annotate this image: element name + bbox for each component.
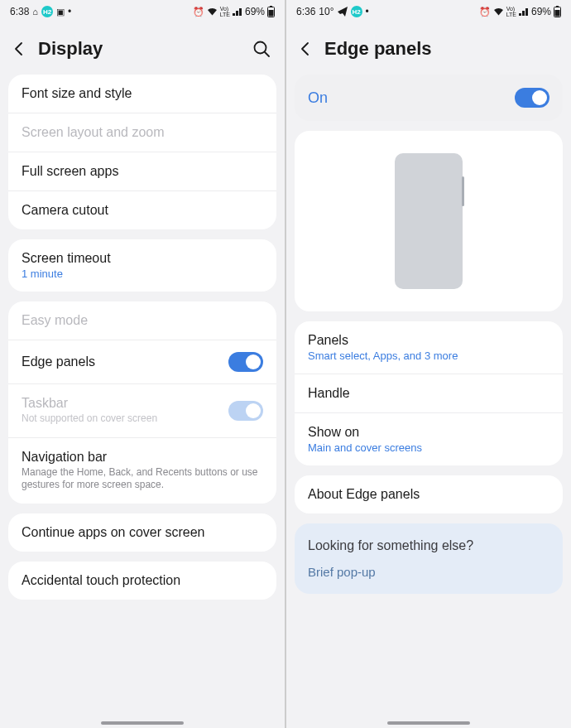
suggestion-title: Looking for something else? xyxy=(308,538,549,553)
item-label: Font size and style xyxy=(22,86,263,101)
suggestion-link[interactable]: Brief pop-up xyxy=(308,565,549,579)
settings-group: Continue apps on cover screen xyxy=(8,513,276,552)
home-indicator[interactable] xyxy=(387,721,470,725)
item-label: Accidental touch protection xyxy=(22,573,263,588)
home-icon: ⌂ xyxy=(32,7,38,17)
status-bar: 6:36 10° H2 • ⏰ Vo)LTE 69% xyxy=(286,0,571,23)
settings-group: Panels Smart select, Apps, and 3 more Ha… xyxy=(295,321,563,465)
telegram-icon xyxy=(338,7,348,17)
battery-percent: 69% xyxy=(245,6,265,17)
item-label: Easy mode xyxy=(22,313,263,328)
more-notifications: • xyxy=(68,6,71,17)
item-label: Handle xyxy=(308,386,549,401)
display-settings-screen: 6:38 ⌂ H2 ▣ • ⏰ Vo)LTE 69% Display xyxy=(0,0,285,728)
accidental-touch-item[interactable]: Accidental touch protection xyxy=(8,562,276,600)
item-label: Screen layout and zoom xyxy=(22,125,263,140)
picture-icon: ▣ xyxy=(56,7,65,17)
screen-layout-zoom-item: Screen layout and zoom xyxy=(8,113,276,152)
edge-panels-toggle[interactable] xyxy=(228,352,263,372)
status-time: 6:36 xyxy=(296,6,315,17)
camera-cutout-item[interactable]: Camera cutout xyxy=(8,191,276,229)
item-label: Continue apps on cover screen xyxy=(22,525,263,540)
home-indicator[interactable] xyxy=(101,721,184,725)
page-title: Display xyxy=(38,38,242,60)
back-button[interactable] xyxy=(296,40,314,58)
alarm-icon: ⏰ xyxy=(193,7,204,17)
item-label: Taskbar xyxy=(22,396,228,411)
master-toggle[interactable] xyxy=(515,88,549,108)
item-desc: Not supported on cover screen xyxy=(22,412,228,426)
font-size-style-item[interactable]: Font size and style xyxy=(8,75,276,113)
item-label: About Edge panels xyxy=(308,487,549,502)
battery-icon xyxy=(267,6,275,17)
volte-icon: Vo)LTE xyxy=(220,6,230,17)
wifi-icon xyxy=(493,7,504,16)
item-value: Smart select, Apps, and 3 more xyxy=(308,350,549,362)
phone-preview xyxy=(395,153,463,289)
volte-icon: Vo)LTE xyxy=(506,6,516,17)
full-screen-apps-item[interactable]: Full screen apps xyxy=(8,152,276,191)
panels-item[interactable]: Panels Smart select, Apps, and 3 more xyxy=(295,321,563,374)
preview-card xyxy=(295,131,563,311)
taskbar-toggle xyxy=(228,401,263,421)
settings-group: Easy mode Edge panels Taskbar Not suppor… xyxy=(8,301,276,504)
wifi-icon xyxy=(207,7,218,16)
edge-panels-screen: 6:36 10° H2 • ⏰ Vo)LTE 69% Ed xyxy=(286,0,571,728)
navigation-bar-item[interactable]: Navigation bar Manage the Home, Back, an… xyxy=(8,438,276,504)
show-on-item[interactable]: Show on Main and cover screens xyxy=(295,413,563,465)
master-toggle-card[interactable]: On xyxy=(295,75,563,121)
item-label: Show on xyxy=(308,425,549,440)
signal-icon xyxy=(519,7,529,16)
search-button[interactable] xyxy=(252,39,271,59)
settings-group: About Edge panels xyxy=(295,475,563,513)
page-title: Edge panels xyxy=(324,38,558,60)
master-toggle-label: On xyxy=(308,89,328,107)
continue-apps-cover-item[interactable]: Continue apps on cover screen xyxy=(8,513,276,552)
alarm-icon: ⏰ xyxy=(479,7,491,17)
item-label: Screen timeout xyxy=(22,251,263,266)
signal-icon xyxy=(233,7,242,16)
taskbar-item: Taskbar Not supported on cover screen xyxy=(8,384,276,438)
status-temp: 10° xyxy=(319,6,333,17)
easy-mode-item: Easy mode xyxy=(8,301,276,340)
edge-panels-item[interactable]: Edge panels xyxy=(8,340,276,384)
battery-icon xyxy=(554,6,561,17)
screen-timeout-item[interactable]: Screen timeout 1 minute xyxy=(8,239,276,292)
content-scroll[interactable]: Font size and style Screen layout and zo… xyxy=(0,75,285,728)
app-badge-icon: H2 xyxy=(41,6,53,17)
battery-percent: 69% xyxy=(531,6,551,17)
item-label: Full screen apps xyxy=(22,164,263,179)
item-desc: Manage the Home, Back, and Recents butto… xyxy=(22,466,263,492)
more-notifications: • xyxy=(366,6,369,17)
item-label: Edge panels xyxy=(22,354,228,369)
item-label: Camera cutout xyxy=(22,203,263,218)
about-edge-panels-item[interactable]: About Edge panels xyxy=(295,475,563,513)
svg-rect-2 xyxy=(269,10,274,17)
svg-rect-7 xyxy=(555,10,560,17)
settings-group: Accidental touch protection xyxy=(8,562,276,600)
header: Edge panels xyxy=(286,23,571,75)
header: Display xyxy=(0,23,285,75)
back-button[interactable] xyxy=(10,40,28,58)
app-badge-icon: H2 xyxy=(351,6,362,17)
settings-group: Font size and style Screen layout and zo… xyxy=(8,75,276,229)
handle-item[interactable]: Handle xyxy=(295,374,563,413)
status-time: 6:38 xyxy=(10,6,29,17)
content-scroll[interactable]: On Panels Smart select, Apps, and 3 more… xyxy=(286,75,571,728)
edge-handle-preview xyxy=(462,176,464,206)
status-bar: 6:38 ⌂ H2 ▣ • ⏰ Vo)LTE 69% xyxy=(0,0,285,23)
item-value: 1 minute xyxy=(22,268,263,280)
settings-group: Screen timeout 1 minute xyxy=(8,239,276,292)
item-value: Main and cover screens xyxy=(308,441,549,454)
suggestion-card: Looking for something else? Brief pop-up xyxy=(295,523,563,594)
item-label: Panels xyxy=(308,333,549,348)
item-label: Navigation bar xyxy=(22,450,263,465)
svg-line-4 xyxy=(265,52,269,56)
